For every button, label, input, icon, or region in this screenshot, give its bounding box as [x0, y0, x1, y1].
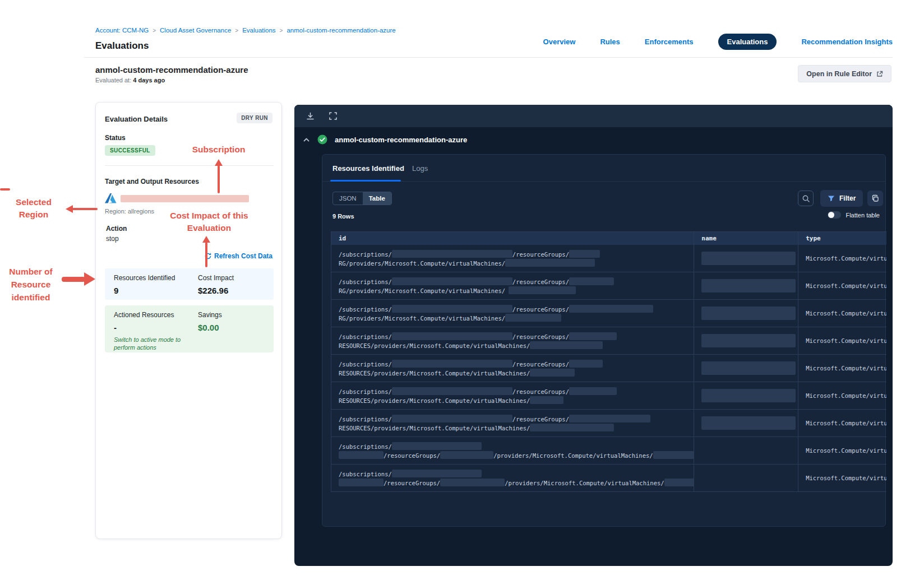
table-row[interactable]: /subscriptions//resourceGroups/RESOURCES…: [331, 382, 886, 410]
redacted-value: [530, 424, 614, 431]
id-path-line: RESOURCES/providers/Microsoft.Compute/vi…: [339, 424, 694, 432]
redacted-name: [701, 361, 796, 375]
cell-name: [694, 245, 798, 272]
type-text: Microsoft.Compute/virtualMachines: [806, 282, 886, 290]
evaluation-result-header: anmol-custom-recommendation-azure: [303, 129, 467, 150]
header-divider: [84, 57, 893, 58]
redacted-value: [392, 250, 512, 258]
redacted-value: [392, 360, 512, 368]
table-row[interactable]: /subscriptions//resourceGroups/RESOURCES…: [331, 410, 886, 437]
path-text: RESOURCES/providers/Microsoft.Compute/vi…: [339, 370, 530, 377]
id-path-line: /subscriptions//resourceGroups/: [339, 305, 694, 313]
column-header-name[interactable]: name: [694, 232, 798, 245]
table-row[interactable]: /subscriptions//resourceGroups//provider…: [331, 437, 886, 465]
path-text: /subscriptions/: [339, 416, 392, 422]
tab-resources-identified[interactable]: Resources Identified: [332, 164, 404, 173]
tab-evaluations[interactable]: Evaluations: [718, 34, 777, 50]
breadcrumb-separator: >: [153, 27, 156, 34]
path-text: /subscriptions/: [339, 388, 392, 395]
column-header-type[interactable]: type: [798, 232, 886, 245]
result-tabs: Resources Identified Logs: [322, 155, 885, 182]
dry-run-badge: DRY RUN: [237, 113, 272, 123]
annotation-text: Number of: [1, 265, 61, 278]
resources-table: id name type /subscriptions//resourceGro…: [331, 231, 886, 492]
view-toggle: JSON Table: [332, 192, 392, 205]
view-toggle-table[interactable]: Table: [363, 192, 391, 205]
path-text: /subscriptions/: [339, 278, 392, 285]
region-text: Region: allregions: [105, 208, 154, 215]
breadcrumb-evaluations[interactable]: Evaluations: [242, 27, 275, 34]
refresh-cost-data-link[interactable]: Refresh Cost Data: [205, 252, 272, 260]
table-header-row: id name type: [331, 232, 886, 245]
evaluated-at: Evaluated at: 4 days ago: [95, 77, 165, 83]
id-path-line: RESOURCES/providers/Microsoft.Compute/vi…: [339, 341, 694, 350]
redacted-name: [701, 389, 796, 402]
tab-rules[interactable]: Rules: [600, 38, 620, 46]
resources-identified-label: Resources Identified: [114, 274, 198, 282]
filter-button[interactable]: Filter: [820, 190, 863, 207]
table-row[interactable]: /subscriptions//resourceGroups//provider…: [331, 465, 886, 492]
type-text: Microsoft.Compute/virtualMachines: [806, 309, 886, 318]
id-path-line: /subscriptions//resourceGroups/: [339, 250, 694, 258]
view-toggle-json[interactable]: JSON: [333, 192, 363, 205]
id-path-line: /subscriptions//resourceGroups/: [339, 277, 694, 286]
id-path-line: /subscriptions//resourceGroups/: [339, 360, 694, 368]
redacted-name: [701, 334, 796, 347]
annotation-text: Resource: [1, 278, 61, 291]
status-badge: SUCCESSFUL: [105, 145, 155, 156]
annotation-cost-impact: Cost Impact of this Evaluation: [161, 210, 257, 234]
path-text: RG/providers/Microsoft.Compute/virtualMa…: [339, 315, 505, 322]
annotation-text: Region: [4, 208, 63, 221]
tab-recommendation-insights[interactable]: Recommendation Insights: [801, 38, 893, 46]
redacted-value: [569, 277, 614, 285]
id-path-line: RG/providers/Microsoft.Compute/virtualMa…: [339, 314, 694, 322]
breadcrumb-separator: >: [280, 27, 283, 34]
annotation-stray-dash: [0, 188, 10, 191]
cell-name: [694, 272, 798, 299]
filter-funnel-icon: [828, 195, 835, 202]
download-icon[interactable]: [306, 112, 315, 121]
annotation-arrow-line: [218, 165, 220, 193]
tab-enforcements[interactable]: Enforcements: [645, 38, 694, 46]
fullscreen-icon[interactable]: [329, 112, 338, 120]
page-title: Evaluations: [95, 40, 149, 52]
redacted-value: [530, 369, 575, 377]
tab-overview[interactable]: Overview: [543, 38, 576, 46]
search-button[interactable]: [798, 191, 814, 206]
table-row[interactable]: /subscriptions//resourceGroups/RG/provid…: [331, 245, 886, 272]
redacted-value: [509, 286, 576, 294]
check-circle-icon: [317, 134, 327, 145]
redacted-value: [392, 470, 482, 477]
tab-logs[interactable]: Logs: [412, 164, 428, 173]
breadcrumb-separator: >: [235, 27, 238, 34]
chevron-up-icon[interactable]: [303, 136, 310, 143]
annotation-text: Cost Impact of this: [161, 210, 257, 222]
id-path-line: /subscriptions/: [339, 470, 694, 478]
type-text: Microsoft.Compute/virtualMachines: [806, 254, 886, 263]
table-row[interactable]: /subscriptions//resourceGroups/RG/provid…: [331, 272, 886, 300]
annotation-thick-arrow-line: [62, 277, 85, 282]
redacted-value: [339, 451, 384, 459]
path-text: /providers/Microsoft.Compute/virtualMach…: [505, 480, 664, 486]
table-row[interactable]: /subscriptions//resourceGroups/RESOURCES…: [331, 327, 886, 355]
table-row[interactable]: /subscriptions//resourceGroups/RESOURCES…: [331, 355, 886, 382]
id-path-line: RG/providers/Microsoft.Compute/virtualMa…: [339, 259, 694, 267]
column-header-id[interactable]: id: [331, 232, 694, 245]
cell-name: [694, 382, 798, 409]
evaluated-at-label: Evaluated at:: [95, 77, 131, 83]
open-rule-editor-button[interactable]: Open in Rule Editor: [798, 65, 891, 82]
active-mode-note-line1: Switch to active mode to: [114, 336, 181, 343]
flatten-toggle[interactable]: [828, 211, 841, 219]
breadcrumb-account[interactable]: Account: CCM-NG: [95, 27, 149, 34]
redacted-value: [440, 479, 505, 486]
cell-id: /subscriptions//resourceGroups//provider…: [331, 437, 694, 464]
redacted-name: [701, 279, 796, 292]
copy-button[interactable]: [867, 191, 883, 206]
refresh-cost-data-label: Refresh Cost Data: [214, 252, 272, 260]
redacted-value: [569, 360, 603, 368]
redacted-name: [701, 252, 796, 265]
id-path-line: RESOURCES/providers/Microsoft.Compute/vi…: [339, 396, 694, 405]
breadcrumb-cloud-asset-governance[interactable]: Cloud Asset Governance: [160, 27, 231, 34]
table-row[interactable]: /subscriptions//resourceGroups/RG/provid…: [331, 300, 886, 327]
breadcrumb-current[interactable]: anmol-custom-recommendation-azure: [287, 27, 395, 34]
